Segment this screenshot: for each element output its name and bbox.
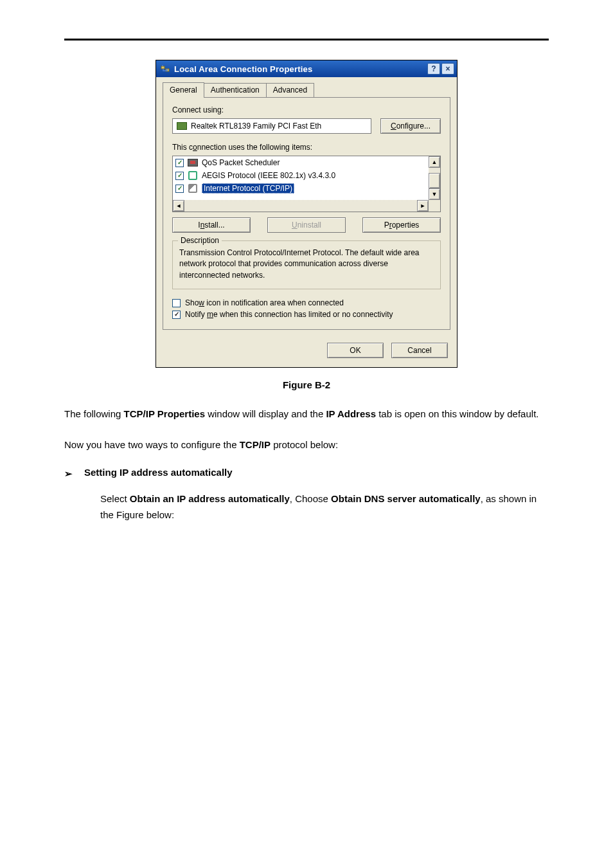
properties-button[interactable]: Properties — [362, 217, 441, 233]
show-icon-label: Show icon in notification area when conn… — [185, 298, 344, 307]
adapter-field: Realtek RTL8139 Family PCI Fast Eth — [172, 118, 371, 134]
connect-using-label: Connect using: — [172, 105, 441, 114]
cancel-label: Cancel — [407, 346, 431, 355]
scroll-right-icon[interactable]: ► — [417, 200, 429, 212]
list-item[interactable]: ✓ Internet Protocol (TCP/IP) — [173, 182, 429, 195]
list-item-label: Internet Protocol (TCP/IP) — [202, 183, 294, 194]
figure-caption: Figure B-2 — [64, 379, 549, 390]
list-item-label: AEGIS Protocol (IEEE 802.1x) v3.4.3.0 — [202, 171, 335, 180]
nic-icon — [177, 122, 187, 130]
connection-icon — [160, 64, 170, 74]
install-button[interactable]: Install... — [172, 217, 251, 233]
tab-authentication[interactable]: Authentication — [204, 83, 267, 97]
paragraph-3: Select Obtain an IP address automaticall… — [100, 491, 549, 523]
scroll-thumb[interactable] — [429, 173, 440, 188]
cancel-button[interactable]: Cancel — [391, 343, 448, 358]
ok-label: OK — [350, 346, 360, 355]
bullet-icon: ➢ — [64, 467, 73, 482]
checkbox[interactable] — [172, 299, 181, 307]
notify-label: Notify me when this connection has limit… — [185, 310, 393, 319]
checkbox[interactable]: ✓ — [175, 159, 184, 167]
adapter-name: Realtek RTL8139 Family PCI Fast Eth — [191, 122, 321, 131]
dialog-footer: OK Cancel — [156, 336, 457, 367]
tab-auth-label: Authentication — [211, 86, 260, 95]
paragraph-1: The following TCP/IP Properties window w… — [64, 406, 549, 422]
tabs: General Authentication Advanced — [156, 77, 457, 97]
tab-general-label: General — [170, 86, 197, 95]
tcpip-icon — [188, 183, 198, 194]
scroll-corner — [429, 200, 440, 212]
dialog-title: Local Area Connection Properties — [174, 64, 427, 74]
description-group: Description Transmission Control Protoco… — [172, 240, 441, 289]
components-listbox[interactable]: ✓ QoS Packet Scheduler ✓ AEGIS Protocol … — [172, 156, 441, 212]
description-text: Transmission Control Protocol/Internet P… — [179, 248, 434, 281]
tab-advanced-label: Advanced — [273, 86, 307, 95]
close-button[interactable]: × — [441, 63, 454, 75]
checkbox[interactable] — [172, 311, 181, 319]
list-item-label: QoS Packet Scheduler — [202, 158, 280, 167]
properties-dialog: Local Area Connection Properties ? × Gen… — [155, 60, 458, 368]
vertical-scrollbar[interactable]: ▲ ▼ — [429, 156, 440, 200]
paragraph-2: Now you have two ways to configure the T… — [64, 437, 549, 453]
scroll-track[interactable] — [184, 200, 417, 212]
scroll-up-icon[interactable]: ▲ — [429, 156, 440, 168]
svg-rect-0 — [161, 66, 164, 69]
show-icon-checkbox-row[interactable]: Show icon in notification area when conn… — [172, 298, 441, 307]
notify-checkbox-row[interactable]: Notify me when this connection has limit… — [172, 310, 441, 319]
help-button[interactable]: ? — [427, 63, 440, 75]
scroll-down-icon[interactable]: ▼ — [429, 188, 440, 200]
bullet-item: ➢ Setting IP address automatically — [64, 467, 549, 482]
tab-general[interactable]: General — [163, 82, 204, 98]
items-label: This connection uses the following items… — [172, 143, 441, 152]
aegis-icon — [188, 170, 198, 181]
ok-button[interactable]: OK — [327, 343, 384, 358]
bullet-text: Setting IP address automatically — [84, 467, 233, 478]
page-top-rule — [64, 39, 549, 41]
description-legend: Description — [178, 236, 222, 245]
checkbox[interactable]: ✓ — [175, 172, 184, 180]
list-item[interactable]: ✓ AEGIS Protocol (IEEE 802.1x) v3.4.3.0 — [173, 169, 429, 182]
qos-icon — [188, 158, 198, 168]
list-item[interactable]: ✓ QoS Packet Scheduler — [173, 156, 429, 169]
configure-button[interactable]: Configure... — [380, 118, 441, 134]
tab-panel-general: Connect using: Realtek RTL8139 Family PC… — [163, 97, 450, 330]
scroll-track[interactable] — [429, 168, 440, 173]
checkbox[interactable]: ✓ — [175, 185, 184, 193]
scroll-left-icon[interactable]: ◄ — [173, 200, 184, 212]
uninstall-button: Uninstall — [267, 217, 346, 233]
tab-advanced[interactable]: Advanced — [266, 83, 314, 97]
configure-accel: C — [391, 122, 396, 131]
titlebar[interactable]: Local Area Connection Properties ? × — [156, 60, 457, 77]
horizontal-scrollbar[interactable]: ◄ ► — [173, 200, 429, 212]
